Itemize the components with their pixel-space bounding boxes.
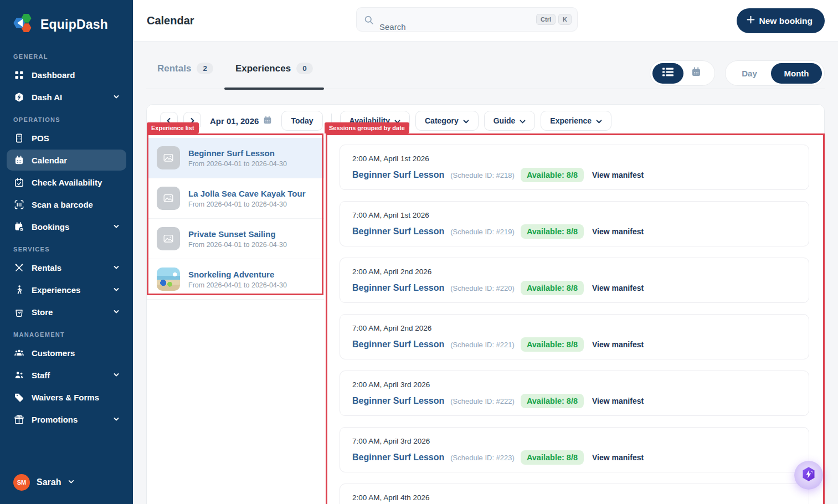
calendar-icon[interactable] (263, 115, 273, 127)
availability-badge: Available: 8/8 (521, 394, 584, 408)
sidebar-item-label: Rentals (32, 263, 61, 272)
sidebar-item-store[interactable]: Store (7, 301, 126, 322)
session-name: Beginner Surf Lesson (352, 283, 444, 293)
chevron-down-icon (113, 308, 120, 315)
sidebar-item-check-availability[interactable]: Check Availability (7, 172, 126, 193)
view-manifest-link[interactable]: View manifest (592, 453, 644, 462)
schedule-id: (Schedule ID: #218) (450, 171, 515, 179)
sidebar-item-calendar[interactable]: Calendar (7, 150, 126, 171)
search-icon (364, 15, 374, 27)
brand-name: EquipDash (40, 17, 108, 32)
sidebar-item-label: Check Availability (32, 178, 102, 187)
ai-bolt-hexagon-icon (800, 466, 817, 485)
view-manifest-link[interactable]: View manifest (592, 340, 644, 349)
sidebar-item-rentals[interactable]: Rentals (7, 257, 126, 278)
equipdash-logo-icon (12, 12, 34, 37)
sidebar-item-label: Dashboard (32, 70, 75, 80)
shopping-bag-icon (13, 306, 24, 317)
experience-photo-thumbnail (157, 268, 180, 291)
search-placeholder: Search (379, 22, 406, 32)
user-name: Sarah (37, 477, 61, 487)
sidebar-item-pos[interactable]: POS (7, 127, 126, 148)
page-title: Calendar (147, 14, 194, 27)
barcode-scan-icon (13, 199, 24, 210)
ai-assistant-button[interactable] (794, 461, 823, 490)
tag-icon (13, 392, 24, 403)
chevron-down-icon (113, 223, 120, 230)
day-toggle[interactable]: Day (728, 69, 771, 78)
experiences-count-badge: 0 (296, 63, 313, 74)
sidebar-item-label: Experiences (32, 285, 80, 295)
crossed-paddles-icon (13, 262, 24, 273)
experience-filter[interactable]: Experience (541, 111, 611, 131)
sidebar-item-label: Bookings (32, 222, 69, 232)
new-booking-label: New booking (759, 16, 813, 26)
session-name: Beginner Surf Lesson (352, 396, 444, 406)
schedule-id: (Schedule ID: #221) (450, 341, 515, 349)
sidebar-item-dashboard[interactable]: Dashboard (7, 64, 126, 85)
sidebar-item-experiences[interactable]: Experiences (7, 279, 126, 300)
sidebar-item-scan-barcode[interactable]: Scan a barcode (7, 194, 126, 215)
schedule-id: (Schedule ID: #220) (450, 284, 515, 292)
sidebar-item-bookings[interactable]: Bookings (7, 216, 126, 237)
sidebar-item-dash-ai[interactable]: Dash AI (7, 86, 126, 107)
experience-item[interactable]: Beginner Surf Lesson From 2026-04-01 to … (147, 138, 324, 178)
sidebar-item-customers[interactable]: Customers (7, 342, 126, 363)
experience-item[interactable]: La Jolla Sea Cave Kayak Tour From 2026-0… (147, 178, 324, 219)
sidebar-item-promotions[interactable]: Promotions (7, 409, 126, 430)
view-manifest-link[interactable]: View manifest (592, 397, 644, 405)
sidebar-item-waivers-forms[interactable]: Waivers & Forms (7, 387, 126, 408)
sidebar-item-label: Store (32, 307, 53, 317)
pos-terminal-icon (13, 132, 24, 143)
view-toggles: Day Month (650, 60, 825, 86)
tab-rentals[interactable]: Rentals 2 (146, 42, 224, 89)
tabs: Rentals 2 Experiences 0 (146, 42, 324, 89)
month-toggle[interactable]: Month (771, 63, 822, 84)
schedule-id: (Schedule ID: #222) (450, 397, 515, 405)
sidebar-item-label: Promotions (32, 415, 78, 424)
session-card: 7:00 AM, April 1st 2026 Beginner Surf Le… (340, 201, 809, 246)
experience-item[interactable]: Snorkeling Adventure From 2026-04-01 to … (147, 259, 324, 300)
tabs-bar: Rentals 2 Experiences 0 Day Month (146, 42, 825, 89)
chevron-down-icon (596, 116, 602, 125)
chevron-down-icon (113, 286, 120, 293)
calendar-panel: Apr 01, 2026 Today Availability Category… (146, 104, 825, 504)
calendar-view-toggle[interactable] (687, 66, 706, 80)
list-view-toggle[interactable] (652, 63, 683, 84)
calendar-icon (13, 155, 24, 166)
view-manifest-link[interactable]: View manifest (592, 284, 644, 292)
sidebar: EquipDash GENERAL Dashboard Dash AI OPER… (0, 0, 133, 504)
avatar: SM (13, 474, 30, 491)
topbar: Calendar Search Ctrl K New booking (133, 0, 838, 42)
hiker-icon (13, 284, 24, 295)
sidebar-item-staff[interactable]: Staff (7, 364, 126, 385)
session-card: 2:00 AM, April 4th 2026 (340, 484, 809, 504)
session-card: 2:00 AM, April 2nd 2026 Beginner Surf Le… (340, 258, 809, 303)
guide-filter[interactable]: Guide (484, 111, 536, 131)
user-menu[interactable]: SM Sarah (0, 470, 133, 495)
schedule-id: (Schedule ID: #223) (450, 454, 515, 462)
today-button[interactable]: Today (281, 111, 322, 131)
bookings-calendar-icon (13, 221, 24, 232)
ctrl-key-badge: Ctrl (536, 14, 556, 25)
schedule-id: (Schedule ID: #219) (450, 228, 515, 236)
view-manifest-link[interactable]: View manifest (592, 227, 644, 236)
view-manifest-link[interactable]: View manifest (592, 171, 644, 179)
sidebar-item-label: Dash AI (32, 92, 62, 102)
sidebar-item-label: Waivers & Forms (32, 393, 99, 402)
chevron-down-icon (113, 372, 120, 378)
ai-hexagon-icon (13, 91, 24, 102)
sidebar-item-label: Customers (32, 348, 75, 358)
annotation-label-experience-list: Experience list (147, 122, 199, 133)
experience-item[interactable]: Private Sunset Sailing From 2026-04-01 t… (147, 219, 324, 259)
tab-experiences[interactable]: Experiences 0 (224, 42, 324, 89)
layout-toggle-group (650, 60, 715, 86)
people-icon (13, 369, 24, 380)
session-card: 2:00 AM, April 3rd 2026 Beginner Surf Le… (340, 371, 809, 416)
category-filter[interactable]: Category (415, 111, 479, 131)
current-date: Apr 01, 2026 (210, 115, 273, 127)
search-input[interactable]: Search Ctrl K (356, 7, 578, 32)
new-booking-button[interactable]: New booking (737, 8, 825, 33)
keyboard-shortcut: Ctrl K (536, 14, 572, 25)
chevron-down-icon (68, 477, 75, 487)
